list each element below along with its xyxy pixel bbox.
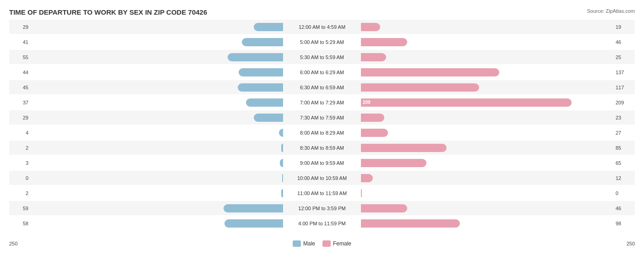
table-row: 456:30 AM to 6:59 AM117 <box>9 80 635 94</box>
time-label: 5:30 AM to 5:59 AM <box>283 54 361 60</box>
female-bar-wrap <box>361 188 613 198</box>
female-bar <box>361 189 362 197</box>
male-bar-wrap <box>31 203 283 213</box>
table-row: 48:00 AM to 8:29 AM27 <box>9 125 635 140</box>
male-value: 37 <box>9 100 31 105</box>
chart-container: TIME OF DEPARTURE TO WORK BY SEX IN ZIP … <box>0 0 644 272</box>
female-bar <box>361 174 373 182</box>
female-value: 27 <box>613 130 635 136</box>
table-row: 5912:00 PM to 3:59 PM46 <box>9 201 635 215</box>
legend: Male Female <box>293 240 351 247</box>
male-bar-wrap <box>31 218 283 228</box>
female-value: 209 <box>613 100 635 105</box>
female-bar-wrap <box>361 67 613 77</box>
female-bar-wrap <box>361 158 613 168</box>
time-label: 12:00 AM to 4:59 AM <box>283 24 361 30</box>
female-bar <box>361 159 426 167</box>
female-value: 19 <box>613 24 635 30</box>
female-bar: 209 <box>361 98 572 107</box>
female-bar-wrap <box>361 82 613 92</box>
female-bar-wrap <box>361 52 613 62</box>
female-bar <box>361 83 479 92</box>
female-bar-wrap <box>361 173 613 183</box>
male-bar-wrap <box>31 173 283 183</box>
female-bar-wrap <box>361 37 613 47</box>
legend-male-box <box>293 240 301 247</box>
table-row: 377:00 AM to 7:29 AM209209 <box>9 95 635 109</box>
female-bar <box>361 129 388 137</box>
footer-right-label: 250 <box>607 241 635 246</box>
legend-male: Male <box>293 240 315 247</box>
table-row: 2912:00 AM to 4:59 AM19 <box>9 20 635 34</box>
male-bar-wrap <box>31 143 283 153</box>
female-bar <box>361 114 384 122</box>
male-value: 2 <box>9 145 31 151</box>
female-bar <box>361 68 499 76</box>
male-bar <box>279 129 283 137</box>
female-value: 25 <box>613 54 635 60</box>
male-bar-wrap <box>31 22 283 32</box>
male-bar <box>254 23 283 31</box>
male-bar-wrap <box>31 82 283 92</box>
male-bar-wrap <box>31 37 283 47</box>
time-label: 11:00 AM to 11:59 AM <box>283 190 361 196</box>
table-row: 211:00 AM to 11:59 AM0 <box>9 186 635 200</box>
chart-footer: 250 Male Female 250 <box>9 240 635 247</box>
time-label: 5:00 AM to 5:29 AM <box>283 39 361 45</box>
male-value: 58 <box>9 221 31 226</box>
male-value: 41 <box>9 39 31 45</box>
female-bar-wrap: 209 <box>361 98 613 108</box>
female-value: 98 <box>613 221 635 226</box>
female-value: 65 <box>613 160 635 166</box>
male-value: 2 <box>9 190 31 196</box>
chart-title: TIME OF DEPARTURE TO WORK BY SEX IN ZIP … <box>9 8 635 16</box>
male-value: 59 <box>9 206 31 211</box>
female-bar <box>361 38 407 46</box>
source-text: Source: ZipAtlas.com <box>587 8 635 14</box>
male-bar <box>228 53 283 61</box>
male-value: 29 <box>9 115 31 120</box>
time-label: 8:30 AM to 8:59 AM <box>283 145 361 151</box>
time-label: 10:00 AM to 10:59 AM <box>283 175 361 181</box>
female-value: 0 <box>613 190 635 196</box>
time-label: 12:00 PM to 3:59 PM <box>283 206 361 211</box>
table-row: 584:00 PM to 11:59 PM98 <box>9 216 635 230</box>
footer-left-label: 250 <box>9 241 37 246</box>
male-bar-wrap <box>31 188 283 198</box>
male-bar <box>254 114 283 122</box>
male-value: 29 <box>9 24 31 30</box>
time-label: 8:00 AM to 8:29 AM <box>283 130 361 136</box>
female-value: 46 <box>613 39 635 45</box>
female-value: 85 <box>613 145 635 151</box>
time-label: 7:30 AM to 7:59 AM <box>283 115 361 120</box>
table-row: 39:00 AM to 9:59 AM65 <box>9 156 635 170</box>
legend-female-box <box>322 240 331 247</box>
time-label: 6:30 AM to 6:59 AM <box>283 85 361 90</box>
male-bar <box>239 68 283 76</box>
male-bar-wrap <box>31 158 283 168</box>
male-value: 0 <box>9 175 31 181</box>
male-value: 4 <box>9 130 31 136</box>
male-bar-wrap <box>31 113 283 123</box>
male-bar-wrap <box>31 98 283 108</box>
male-bar-wrap <box>31 128 283 138</box>
male-bar <box>224 204 283 212</box>
female-bar <box>361 144 447 152</box>
male-value: 45 <box>9 85 31 90</box>
female-bar-wrap <box>361 22 613 32</box>
time-label: 4:00 PM to 11:59 PM <box>283 221 361 226</box>
male-bar-wrap <box>31 52 283 62</box>
table-row: 010:00 AM to 10:59 AM12 <box>9 171 635 185</box>
female-bar <box>361 23 380 31</box>
male-value: 3 <box>9 160 31 166</box>
male-value: 55 <box>9 54 31 60</box>
table-row: 28:30 AM to 8:59 AM85 <box>9 141 635 155</box>
female-bar-wrap <box>361 128 613 138</box>
female-bar <box>361 204 407 212</box>
female-bar <box>361 219 460 228</box>
chart-area: 2912:00 AM to 4:59 AM19415:00 AM to 5:29… <box>9 20 635 238</box>
female-value: 12 <box>613 175 635 181</box>
table-row: 415:00 AM to 5:29 AM46 <box>9 35 635 49</box>
female-value: 117 <box>613 85 635 90</box>
table-row: 297:30 AM to 7:59 AM23 <box>9 110 635 125</box>
